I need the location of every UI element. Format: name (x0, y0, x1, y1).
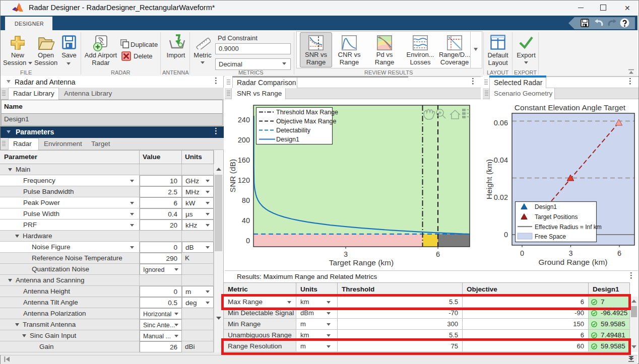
svg-text:Constant Elevation Angle Targe: Constant Elevation Angle Target (515, 103, 626, 112)
svg-text:3: 3 (568, 249, 572, 257)
svg-text:Effective Radius = Inf km: Effective Radius = Inf km (535, 224, 602, 231)
svg-text:Height (km): Height (km) (485, 159, 493, 199)
svg-text:Ground Range (km): Ground Range (km) (539, 258, 608, 266)
svg-text:0.06: 0.06 (494, 119, 508, 127)
svg-text:Design1: Design1 (535, 203, 557, 210)
svg-text:Detectability: Detectability (276, 127, 311, 134)
svg-text:3: 3 (344, 250, 348, 258)
svg-text:0: 0 (520, 249, 524, 257)
svg-text:40: 40 (242, 216, 250, 225)
svg-text:0: 0 (504, 231, 508, 239)
svg-text:0.02: 0.02 (494, 193, 508, 201)
svg-text:Target Range (km): Target Range (km) (329, 258, 394, 267)
svg-text:240: 240 (238, 116, 250, 124)
svg-text:SNR (dB): SNR (dB) (228, 159, 237, 192)
svg-text:Objective Max Range: Objective Max Range (276, 118, 337, 125)
svg-text:Target Positions: Target Positions (535, 213, 578, 221)
svg-text:0.04: 0.04 (494, 156, 508, 164)
svg-text:160: 160 (238, 156, 250, 164)
svg-text:80: 80 (242, 196, 250, 204)
svg-text:0: 0 (246, 237, 250, 245)
svg-text:Design1: Design1 (276, 136, 299, 143)
svg-text:Threshold Max Range: Threshold Max Range (276, 109, 338, 116)
svg-text:6: 6 (617, 249, 621, 257)
svg-text:120: 120 (238, 176, 250, 184)
svg-text:200: 200 (238, 136, 250, 144)
svg-text:Free Space: Free Space (535, 233, 566, 240)
svg-text:6: 6 (436, 250, 440, 258)
